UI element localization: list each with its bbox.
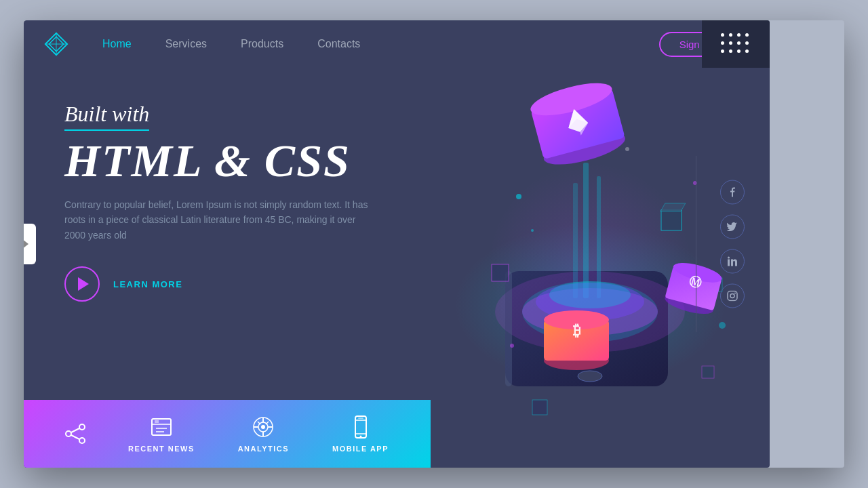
svg-line-47 (71, 435, 79, 439)
grid-dots-panel (702, 20, 770, 68)
bottom-item-mobile[interactable]: MOBILE APP (332, 415, 389, 453)
hero-title: HTML & CSS (64, 138, 458, 184)
svg-rect-62 (355, 416, 366, 438)
learn-more-link[interactable]: LEARN MORE (113, 279, 182, 289)
linkedin-icon[interactable] (720, 249, 745, 274)
nav-products[interactable]: Products (241, 38, 283, 50)
chevron-icon (24, 239, 28, 249)
play-button[interactable] (64, 266, 100, 302)
svg-point-59 (261, 425, 265, 429)
mobile-icon (349, 415, 373, 439)
svg-point-43 (66, 431, 71, 436)
nav-links: Home Services Products Contacts (102, 38, 659, 50)
bottom-item-news[interactable]: RECENT NEWS (128, 415, 195, 453)
svg-point-40 (510, 344, 514, 348)
nav-services[interactable]: Services (165, 38, 207, 50)
mobile-label: MOBILE APP (332, 445, 389, 453)
logo (44, 32, 68, 56)
svg-rect-67 (728, 260, 730, 266)
play-icon (78, 277, 89, 291)
svg-rect-16 (702, 366, 714, 378)
svg-point-44 (79, 424, 85, 430)
svg-point-68 (728, 257, 730, 259)
svg-rect-19 (573, 183, 578, 298)
svg-point-41 (625, 147, 629, 151)
nav-home[interactable]: Home (102, 38, 132, 50)
svg-point-71 (734, 293, 736, 294)
svg-rect-15 (532, 400, 547, 415)
cta-row: LEARN MORE (64, 266, 458, 302)
analytics-icon (251, 415, 275, 439)
svg-rect-13 (492, 264, 509, 281)
svg-point-65 (359, 436, 361, 438)
svg-point-37 (516, 194, 521, 199)
left-chevron-button[interactable] (24, 224, 36, 264)
facebook-icon[interactable] (720, 180, 745, 205)
hero-section: Built with HTML & CSS Contrary to popula… (64, 102, 458, 302)
svg-point-39 (719, 322, 726, 329)
svg-point-45 (79, 438, 85, 443)
main-card: Home Services Products Contacts Sign Up … (24, 20, 770, 468)
instagram-icon[interactable] (720, 284, 745, 308)
share-section (44, 423, 106, 445)
analytics-label: ANALYTICS (238, 445, 289, 453)
page-wrapper: Home Services Products Contacts Sign Up … (24, 20, 844, 468)
news-label: RECENT NEWS (128, 445, 195, 453)
svg-rect-11 (661, 210, 682, 230)
svg-point-22 (549, 281, 631, 308)
bottom-item-analytics[interactable]: ANALYTICS (238, 415, 289, 453)
svg-rect-52 (155, 420, 159, 423)
hero-body: Contrary to popular belief, Lorem Ipsum … (64, 197, 376, 243)
nav-contacts[interactable]: Contacts (317, 38, 360, 50)
svg-text:₿: ₿ (573, 322, 580, 339)
svg-point-42 (531, 229, 534, 232)
social-sidebar (695, 180, 770, 308)
bottom-bar-items: RECENT NEWS (106, 415, 410, 453)
twitter-icon[interactable] (720, 215, 745, 239)
svg-point-9 (578, 371, 602, 382)
svg-rect-18 (597, 176, 601, 298)
svg-rect-66 (358, 418, 363, 419)
svg-rect-10 (505, 271, 512, 386)
grid-dots-icon (721, 33, 751, 55)
svg-rect-17 (583, 163, 589, 298)
svg-rect-69 (728, 291, 737, 301)
navbar: Home Services Products Contacts Sign Up (24, 20, 770, 68)
news-icon (149, 415, 174, 439)
svg-point-70 (730, 294, 734, 298)
share-icon (64, 423, 86, 445)
bottom-bar: RECENT NEWS (24, 400, 431, 468)
svg-line-46 (71, 428, 79, 432)
hero-subtitle: Built with (64, 102, 149, 131)
